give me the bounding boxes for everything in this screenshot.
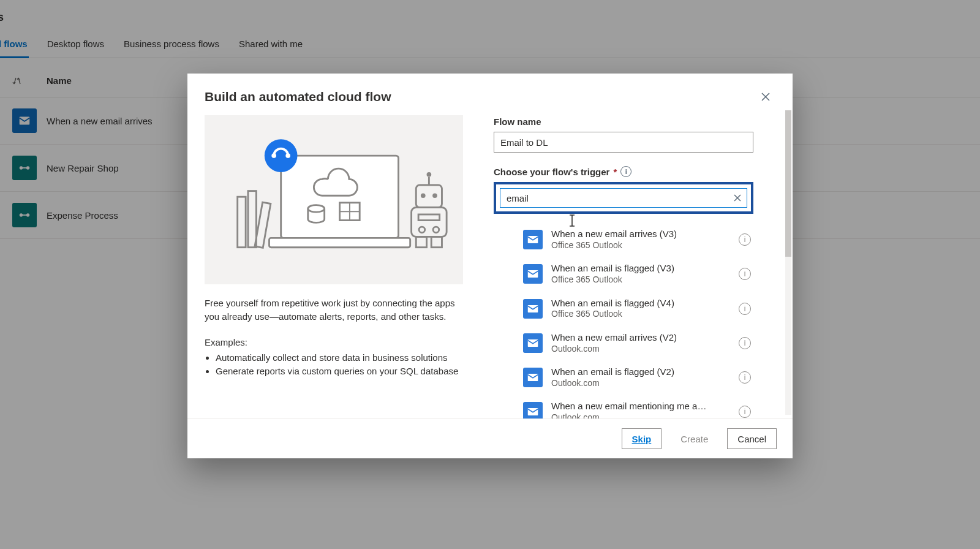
skip-button[interactable]: Skip xyxy=(622,428,662,449)
create-flow-dialog: Build an automated cloud flow xyxy=(187,74,793,458)
trigger-label: Choose your flow's trigger xyxy=(494,167,609,177)
info-icon[interactable]: i xyxy=(739,303,751,315)
create-button[interactable]: Create xyxy=(670,428,718,449)
trigger-result[interactable]: When a new email arrives (V3) Office 365… xyxy=(494,222,753,257)
outlook-icon xyxy=(523,333,543,353)
info-icon[interactable]: i xyxy=(739,337,751,349)
illustration xyxy=(205,115,463,284)
trigger-result[interactable]: When an email is flagged (V2) Outlook.co… xyxy=(494,360,753,395)
svg-point-10 xyxy=(271,153,276,158)
dialog-footer: Skip Create Cancel xyxy=(187,418,793,458)
info-icon[interactable]: i xyxy=(739,268,751,280)
close-icon xyxy=(734,194,741,202)
modal-overlay: Build an automated cloud flow xyxy=(0,0,980,549)
info-icon[interactable]: i xyxy=(739,371,751,384)
svg-point-22 xyxy=(419,227,425,233)
svg-rect-12 xyxy=(238,197,246,247)
dialog-right-panel: Flow name Choose your flow's trigger * i xyxy=(480,107,793,418)
flow-name-input[interactable] xyxy=(494,132,753,153)
examples-list: Automatically collect and store data in … xyxy=(216,351,463,378)
svg-point-17 xyxy=(432,193,437,198)
flow-name-label: Flow name xyxy=(494,116,785,127)
svg-rect-15 xyxy=(416,185,442,207)
trigger-title: When a new email arrives (V3) xyxy=(551,229,730,240)
svg-rect-20 xyxy=(412,207,447,237)
outlook-icon xyxy=(523,299,543,319)
outlook-icon xyxy=(523,264,543,284)
trigger-subtitle: Office 365 Outlook xyxy=(551,240,730,251)
svg-rect-25 xyxy=(431,237,442,247)
trigger-title: When a new email arrives (V2) xyxy=(551,332,730,344)
trigger-subtitle: Outlook.com xyxy=(551,344,730,355)
trigger-subtitle: Outlook.com xyxy=(551,378,730,389)
svg-rect-24 xyxy=(416,237,426,247)
close-button[interactable] xyxy=(756,87,775,107)
svg-point-9 xyxy=(265,139,298,172)
trigger-subtitle: Office 365 Outlook xyxy=(551,274,730,286)
trigger-title: When a new email mentioning me a… xyxy=(551,401,730,412)
trigger-subtitle: Outlook.com xyxy=(551,412,730,418)
examples-label: Examples: xyxy=(205,336,463,349)
example-item: Generate reports via custom queries on y… xyxy=(216,365,463,378)
svg-point-16 xyxy=(421,193,426,198)
svg-rect-21 xyxy=(418,214,440,221)
required-mark: * xyxy=(613,167,617,177)
svg-rect-13 xyxy=(248,191,256,248)
svg-point-23 xyxy=(433,227,439,233)
trigger-subtitle: Office 365 Outlook xyxy=(551,309,730,320)
outlook-icon xyxy=(523,230,543,249)
example-item: Automatically collect and store data in … xyxy=(216,351,463,365)
svg-rect-14 xyxy=(255,202,271,248)
trigger-results-list: When a new email arrives (V3) Office 365… xyxy=(494,222,753,418)
trigger-result[interactable]: When a new email arrives (V2) Outlook.co… xyxy=(494,326,753,360)
info-icon[interactable]: i xyxy=(739,233,751,246)
trigger-title: When an email is flagged (V4) xyxy=(551,298,730,309)
svg-rect-6 xyxy=(270,238,410,247)
trigger-search-input[interactable] xyxy=(500,188,747,208)
trigger-search-highlight xyxy=(494,182,753,214)
trigger-title: When an email is flagged (V3) xyxy=(551,263,730,274)
scrollbar[interactable] xyxy=(785,110,791,415)
trigger-result[interactable]: When a new email mentioning me a… Outloo… xyxy=(494,395,753,418)
trigger-result[interactable]: When an email is flagged (V4) Office 365… xyxy=(494,292,753,326)
description-paragraph: Free yourself from repetitive work just … xyxy=(205,297,463,324)
outlook-icon xyxy=(523,368,543,387)
outlook-icon xyxy=(523,402,543,418)
dialog-left-panel: Free yourself from repetitive work just … xyxy=(187,107,480,418)
clear-search-button[interactable] xyxy=(731,192,744,204)
trigger-title: When an email is flagged (V2) xyxy=(551,366,730,378)
svg-point-11 xyxy=(285,153,290,158)
info-icon[interactable]: i xyxy=(739,406,751,418)
scrollbar-thumb[interactable] xyxy=(785,110,791,257)
close-icon xyxy=(761,92,771,102)
dialog-description: Free yourself from repetitive work just … xyxy=(205,297,463,378)
svg-point-19 xyxy=(427,172,432,177)
trigger-result[interactable]: When an email is flagged (V3) Office 365… xyxy=(494,257,753,291)
info-icon[interactable]: i xyxy=(620,166,631,177)
cancel-button[interactable]: Cancel xyxy=(727,428,777,449)
dialog-title: Build an automated cloud flow xyxy=(205,89,391,104)
